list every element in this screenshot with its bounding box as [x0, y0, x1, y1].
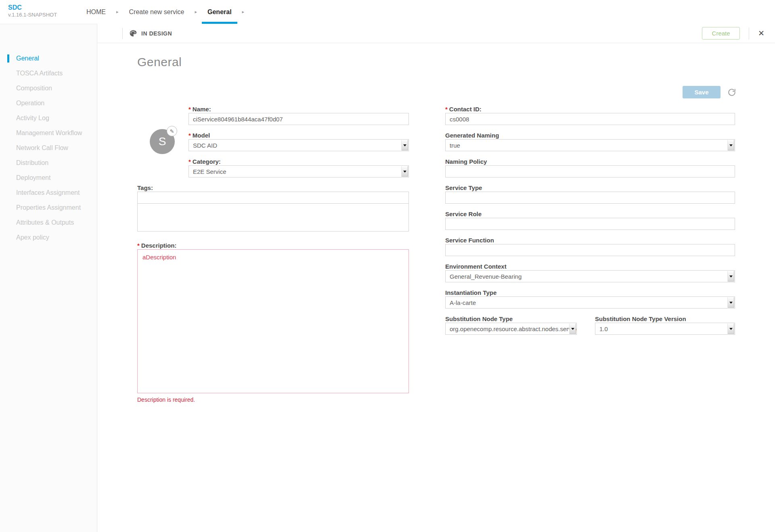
- field-environment-context: Environment Context General_Revenue-Bear…: [445, 263, 735, 282]
- page-title: General: [137, 55, 182, 69]
- field-tags: Tags:: [137, 184, 409, 232]
- service-type-input[interactable]: [445, 192, 735, 204]
- description-label: Description:: [141, 242, 177, 249]
- service-role-input[interactable]: [445, 218, 735, 230]
- sidebar-item-deployment[interactable]: Deployment: [0, 170, 97, 185]
- field-naming-policy: Naming Policy: [445, 158, 735, 177]
- field-description: *Description: aDescription Description i…: [137, 242, 409, 403]
- create-button[interactable]: Create: [702, 27, 740, 40]
- required-asterisk: *: [189, 132, 191, 139]
- breadcrumb-caret-icon: ▸: [237, 0, 249, 24]
- contact-id-label: Contact ID:: [449, 106, 482, 113]
- dropdown-arrow-icon[interactable]: [401, 140, 408, 150]
- tags-list-box[interactable]: [137, 204, 409, 232]
- field-substitution-node-type: Substitution Node Type org.openecomp.res…: [445, 315, 577, 335]
- status-badge: IN DESIGN: [141, 30, 172, 37]
- field-substitution-node-type-version: Substitution Node Type Version 1.0: [595, 315, 735, 335]
- name-input[interactable]: [189, 113, 409, 125]
- name-label: Name:: [193, 106, 211, 113]
- field-service-type: Service Type: [445, 184, 735, 204]
- in-design-palette-icon: [129, 29, 137, 38]
- edit-pencil-icon[interactable]: ✎: [167, 126, 177, 136]
- substitution-node-type-version-select[interactable]: 1.0: [595, 323, 735, 335]
- sidebar-item-apex-policy[interactable]: Apex policy: [0, 230, 97, 245]
- model-label: Model: [193, 132, 210, 139]
- generated-naming-label: Generated Naming: [445, 132, 735, 139]
- service-role-label: Service Role: [445, 211, 735, 218]
- active-indicator: [7, 54, 9, 63]
- header-actions: Create ✕: [702, 27, 765, 40]
- model-select[interactable]: SDC AID: [189, 139, 409, 151]
- breadcrumb-create-new-service[interactable]: Create new service: [124, 0, 190, 24]
- required-asterisk: *: [189, 106, 191, 113]
- category-select[interactable]: E2E Service: [189, 165, 409, 177]
- required-asterisk: *: [137, 242, 140, 249]
- sidebar-item-management-workflow[interactable]: Management Workflow: [0, 125, 97, 140]
- breadcrumb-home[interactable]: HOME: [81, 0, 111, 24]
- contact-id-input[interactable]: [445, 113, 735, 125]
- sidebar-item-operation[interactable]: Operation: [0, 96, 97, 111]
- field-model: *Model SDC AID: [189, 132, 409, 151]
- description-textarea[interactable]: aDescription: [137, 249, 409, 393]
- workspace-header: IN DESIGN Create ✕: [97, 24, 775, 43]
- field-service-function: Service Function: [445, 237, 735, 256]
- breadcrumb-general[interactable]: General: [202, 0, 237, 24]
- substitution-node-type-select[interactable]: org.openecomp.resource.abstract.nodes.se…: [445, 323, 577, 335]
- field-name: *Name:: [189, 106, 409, 125]
- field-instantiation-type: Instantiation Type A-la-carte: [445, 289, 735, 309]
- avatar[interactable]: S ✎: [150, 129, 175, 154]
- description-error: Description is required.: [137, 396, 409, 403]
- instantiation-type-label: Instantiation Type: [445, 289, 735, 296]
- generated-naming-select[interactable]: true: [445, 139, 735, 151]
- dropdown-arrow-icon[interactable]: [727, 297, 734, 308]
- sidebar-item-attributes-outputs[interactable]: Attributes & Outputs: [0, 215, 97, 230]
- service-function-label: Service Function: [445, 237, 735, 244]
- dropdown-arrow-icon[interactable]: [727, 323, 734, 334]
- naming-policy-input[interactable]: [445, 165, 735, 177]
- field-service-role: Service Role: [445, 211, 735, 230]
- header-divider: [749, 27, 749, 40]
- tags-label: Tags:: [137, 184, 409, 192]
- field-category: *Category: E2E Service: [189, 158, 409, 177]
- close-icon[interactable]: ✕: [758, 29, 765, 37]
- substitution-node-type-label: Substitution Node Type: [445, 315, 577, 323]
- sidebar-item-general[interactable]: General: [0, 51, 97, 66]
- substitution-node-type-version-label: Substitution Node Type Version: [595, 315, 735, 323]
- required-asterisk: *: [189, 158, 191, 165]
- app-logo[interactable]: SDC v.1.16.1-SNAPSHOT: [8, 4, 57, 18]
- save-button[interactable]: Save: [683, 86, 721, 98]
- dropdown-arrow-icon[interactable]: [727, 271, 734, 282]
- category-label: Category:: [193, 158, 221, 165]
- form-left-column: S ✎ *Name: *Model SDC AID *Category: E2E…: [137, 106, 409, 410]
- form-right-column: *Contact ID: Generated Naming true Namin…: [445, 106, 735, 342]
- tags-input[interactable]: [137, 192, 409, 204]
- breadcrumb-caret-icon: ▸: [111, 0, 124, 24]
- breadcrumb-caret-icon: ▸: [190, 0, 202, 24]
- sidebar-item-interfaces-assignment[interactable]: Interfaces Assignment: [0, 185, 97, 200]
- sidebar-item-distribution[interactable]: Distribution: [0, 155, 97, 170]
- instantiation-type-select[interactable]: A-la-carte: [445, 296, 735, 309]
- required-asterisk: *: [445, 106, 448, 113]
- service-type-label: Service Type: [445, 184, 735, 192]
- sidebar-item-properties-assignment[interactable]: Properties Assignment: [0, 200, 97, 215]
- environment-context-label: Environment Context: [445, 263, 735, 270]
- dropdown-arrow-icon[interactable]: [401, 166, 408, 177]
- avatar-letter: S: [159, 135, 166, 148]
- naming-policy-label: Naming Policy: [445, 158, 735, 165]
- sidebar-item-tosca-artifacts[interactable]: TOSCA Artifacts: [0, 66, 97, 81]
- service-function-input[interactable]: [445, 244, 735, 256]
- main-content: General Save S ✎ *Name: *Model SDC AID *…: [98, 43, 775, 532]
- top-bar: SDC v.1.16.1-SNAPSHOT HOME ▸ Create new …: [0, 0, 775, 24]
- refresh-icon[interactable]: [727, 88, 736, 97]
- substitution-row: Substitution Node Type org.openecomp.res…: [445, 315, 735, 342]
- dropdown-arrow-icon[interactable]: [727, 140, 734, 150]
- breadcrumb: HOME ▸ Create new service ▸ General ▸: [81, 0, 249, 24]
- page: SDC v.1.16.1-SNAPSHOT HOME ▸ Create new …: [0, 0, 775, 532]
- environment-context-select[interactable]: General_Revenue-Bearing: [445, 270, 735, 282]
- dropdown-arrow-icon[interactable]: [569, 323, 576, 334]
- app-name: SDC: [8, 4, 57, 12]
- field-contact-id: *Contact ID:: [445, 106, 735, 125]
- sidebar-item-activity-log[interactable]: Activity Log: [0, 111, 97, 125]
- sidebar-item-composition[interactable]: Composition: [0, 81, 97, 96]
- sidebar-item-network-call-flow[interactable]: Network Call Flow: [0, 140, 97, 155]
